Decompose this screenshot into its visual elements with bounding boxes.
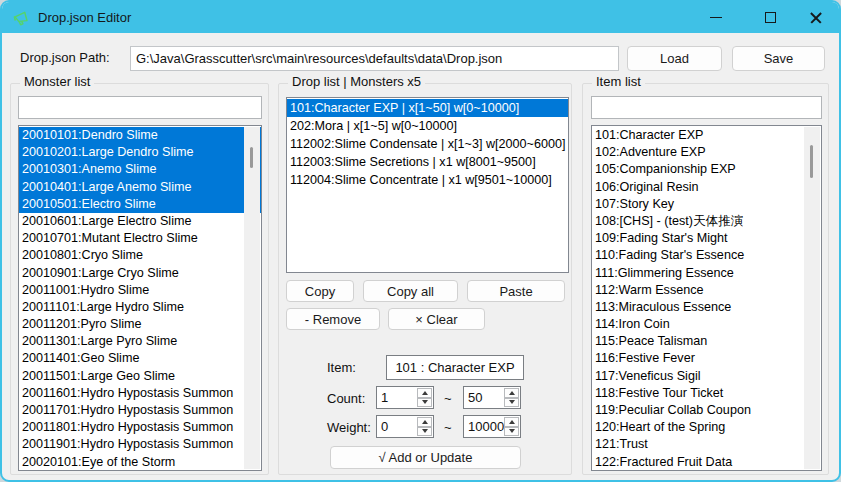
chevron-down-icon xyxy=(509,400,515,404)
copy-button[interactable]: Copy xyxy=(286,280,354,302)
drop-listbox[interactable]: 101:Character EXP | x[1~50] w[0~10000]20… xyxy=(286,97,569,273)
monster-list-item[interactable]: 20020101:Eye of the Storm xyxy=(19,454,261,471)
monster-list-item[interactable]: 20010501:Electro Slime xyxy=(19,196,261,213)
item-list-item[interactable]: 109:Fading Star's Might xyxy=(592,230,821,247)
spin-down-button[interactable] xyxy=(504,398,519,408)
monster-list-item[interactable]: 20011501:Large Geo Slime xyxy=(19,368,261,385)
monster-search-input[interactable] xyxy=(18,96,262,119)
spin-down-button[interactable] xyxy=(417,398,432,408)
item-list-item[interactable]: 113:Miraculous Essence xyxy=(592,299,821,316)
megaphone-icon xyxy=(12,9,30,27)
weight-min-spinner xyxy=(376,415,434,438)
monster-list-item[interactable]: 20010301:Anemo Slime xyxy=(19,161,261,178)
monster-listbox[interactable]: 20010101:Dendro Slime20010201:Large Dend… xyxy=(18,125,262,471)
spin-up-button[interactable] xyxy=(417,388,432,398)
spin-up-button[interactable] xyxy=(417,417,432,427)
drop-rows: 101:Character EXP | x[1~50] w[0~10000]20… xyxy=(287,99,568,189)
remove-button[interactable]: - Remove xyxy=(286,308,380,330)
item-list-item[interactable]: 106:Original Resin xyxy=(592,179,821,196)
item-list-item[interactable]: 110:Fading Star's Essence xyxy=(592,247,821,264)
item-list-item[interactable]: 112:Warm Essence xyxy=(592,282,821,299)
item-list-item[interactable]: 108:[CHS] - (test)天体推演 xyxy=(592,213,821,230)
weight-max-input[interactable] xyxy=(464,416,504,437)
titlebar: Drop.json Editor xyxy=(2,2,839,33)
chevron-up-icon xyxy=(509,420,515,424)
item-list-item[interactable]: 101:Character EXP xyxy=(592,127,821,144)
count-label: Count: xyxy=(327,391,365,406)
monster-list-item[interactable]: 20011601:Hydro Hypostasis Summon xyxy=(19,385,261,402)
item-scrollbar-thumb[interactable] xyxy=(810,145,813,178)
chevron-up-icon xyxy=(422,420,428,424)
load-button[interactable]: Load xyxy=(627,46,722,71)
monster-list-item[interactable]: 20010801:Cryo Slime xyxy=(19,247,261,264)
spin-down-button[interactable] xyxy=(417,427,432,437)
item-value-input[interactable] xyxy=(386,355,524,380)
drop-list-item[interactable]: 112002:Slime Condensate | x[1~3] w[2000~… xyxy=(287,135,568,153)
monster-list-item[interactable]: 20010901:Large Cryo Slime xyxy=(19,265,261,282)
drop-list-item[interactable]: 112003:Slime Secretions | x1 w[8001~9500… xyxy=(287,153,568,171)
count-tilde: ~ xyxy=(444,391,452,406)
monster-list-item[interactable]: 20010701:Mutant Electro Slime xyxy=(19,230,261,247)
item-scrollbar[interactable] xyxy=(804,127,820,469)
monster-list-item[interactable]: 20011201:Pyro Slime xyxy=(19,316,261,333)
spin-up-button[interactable] xyxy=(504,388,519,398)
client-area: Drop.json Path: Load Save Monster list 2… xyxy=(2,33,839,480)
count-min-input[interactable] xyxy=(377,387,417,408)
spin-down-button[interactable] xyxy=(504,427,519,437)
item-list-item[interactable]: 102:Adventure EXP xyxy=(592,144,821,161)
save-button[interactable]: Save xyxy=(732,46,825,71)
app-window: Drop.json Editor Drop.json Path: Load Sa… xyxy=(0,0,841,482)
item-list-item[interactable]: 105:Companionship EXP xyxy=(592,161,821,178)
item-list-item[interactable]: 118:Festive Tour Ticket xyxy=(592,385,821,402)
close-button[interactable] xyxy=(798,2,834,33)
drop-list-title: Drop list | Monsters x5 xyxy=(288,74,425,89)
minimize-button[interactable] xyxy=(698,2,734,33)
maximize-button[interactable] xyxy=(752,2,788,33)
item-list-item[interactable]: 107:Story Key xyxy=(592,196,821,213)
monster-list-item[interactable]: 20011701:Hydro Hypostasis Summon xyxy=(19,402,261,419)
monster-list-title: Monster list xyxy=(20,74,94,89)
item-list-item[interactable]: 114:Iron Coin xyxy=(592,316,821,333)
weight-max-spinner xyxy=(463,415,521,438)
monster-list-item[interactable]: 20011401:Geo Slime xyxy=(19,350,261,367)
monster-list-item[interactable]: 20010601:Large Electro Slime xyxy=(19,213,261,230)
monster-list-item[interactable]: 20010101:Dendro Slime xyxy=(19,127,261,144)
paste-button[interactable]: Paste xyxy=(467,280,565,302)
path-input[interactable] xyxy=(130,46,619,71)
drop-list-item[interactable]: 101:Character EXP | x[1~50] w[0~10000] xyxy=(287,99,568,117)
spin-up-button[interactable] xyxy=(504,417,519,427)
item-search-input[interactable] xyxy=(591,96,822,119)
add-or-update-button[interactable]: √ Add or Update xyxy=(330,446,521,469)
item-list-item[interactable]: 111:Glimmering Essence xyxy=(592,265,821,282)
count-max-spinner xyxy=(463,386,521,409)
item-list-item[interactable]: 121:Trust xyxy=(592,436,821,453)
monster-list-item[interactable]: 20011301:Large Pyro Slime xyxy=(19,333,261,350)
item-list-item[interactable]: 120:Heart of the Spring xyxy=(592,419,821,436)
weight-min-input[interactable] xyxy=(377,416,417,437)
item-list-item[interactable]: 116:Festive Fever xyxy=(592,350,821,367)
monster-rows: 20010101:Dendro Slime20010201:Large Dend… xyxy=(19,127,261,471)
chevron-down-icon xyxy=(509,429,515,433)
monster-list-item[interactable]: 20011001:Hydro Slime xyxy=(19,282,261,299)
monster-list-item[interactable]: 20010401:Large Anemo Slime xyxy=(19,179,261,196)
drop-list-item[interactable]: 202:Mora | x[1~5] w[0~10000] xyxy=(287,117,568,135)
weight-tilde: ~ xyxy=(444,420,452,435)
item-listbox[interactable]: 101:Character EXP102:Adventure EXP105:Co… xyxy=(591,125,822,471)
count-max-input[interactable] xyxy=(464,387,504,408)
monster-list-item[interactable]: 20011901:Hydro Hypostasis Summon xyxy=(19,436,261,453)
item-list-item[interactable]: 119:Peculiar Collab Coupon xyxy=(592,402,821,419)
drop-list-item[interactable]: 112004:Slime Concentrate | x1 w[9501~100… xyxy=(287,171,568,189)
maximize-icon xyxy=(765,12,776,23)
monster-list-item[interactable]: 20010201:Large Dendro Slime xyxy=(19,144,261,161)
clear-button[interactable]: × Clear xyxy=(388,308,485,330)
item-list-item[interactable]: 122:Fractured Fruit Data xyxy=(592,454,821,471)
copy-all-button[interactable]: Copy all xyxy=(363,280,458,302)
item-rows: 101:Character EXP102:Adventure EXP105:Co… xyxy=(592,127,821,471)
monster-list-item[interactable]: 20011801:Hydro Hypostasis Summon xyxy=(19,419,261,436)
item-list-item[interactable]: 115:Peace Talisman xyxy=(592,333,821,350)
monster-scrollbar[interactable] xyxy=(244,127,260,469)
item-label: Item: xyxy=(327,360,356,375)
monster-scrollbar-thumb[interactable] xyxy=(250,147,253,168)
item-list-item[interactable]: 117:Veneficus Sigil xyxy=(592,368,821,385)
monster-list-item[interactable]: 20011101:Large Hydro Slime xyxy=(19,299,261,316)
